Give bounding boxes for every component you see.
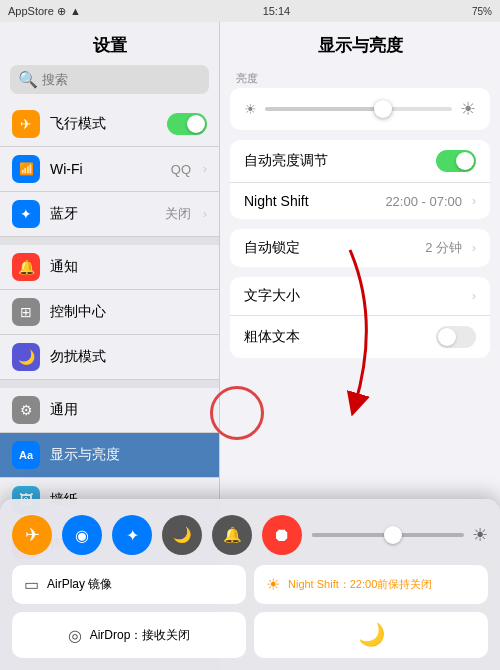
auto-brightness-group: 自动亮度调节 Night Shift 22:00 - 07:00 › [230, 140, 490, 219]
wifi-icon: 📶 [12, 155, 40, 183]
status-right: 75% [472, 6, 492, 17]
sidebar-item-notification[interactable]: 🔔 通知 [0, 245, 219, 290]
cc-airplay-btn[interactable]: ▭ AirPlay 镜像 [12, 565, 246, 604]
sidebar-item-general[interactable]: ⚙ 通用 [0, 388, 219, 433]
cc-brightness-row: ☀ [312, 524, 488, 546]
cc-top-row: ✈ ◉ ✦ 🌙 🔔 ⏺ ☀ [12, 515, 488, 555]
wifi-arrow: › [203, 162, 207, 176]
cc-moon2-icon: 🌙 [358, 622, 385, 648]
auto-lock-row[interactable]: 自动锁定 2 分钟 › [230, 229, 490, 267]
brightness-section-label: 亮度 [220, 65, 500, 88]
sidebar-label-controlcenter: 控制中心 [50, 303, 207, 321]
auto-brightness-label: 自动亮度调节 [244, 152, 428, 170]
notification-icon: 🔔 [12, 253, 40, 281]
cc-slider-thumb[interactable] [384, 526, 402, 544]
auto-lock-value: 2 分钟 [425, 239, 462, 257]
brightness-fill [265, 107, 387, 111]
brightness-row: ☀ ☀ [230, 88, 490, 130]
battery-icon: 75% [472, 6, 492, 17]
bluetooth-icon: ✦ [12, 200, 40, 228]
cc-night-shift-btn[interactable]: ☀ Night Shift：22:00前保持关闭 [254, 565, 488, 604]
auto-lock-arrow: › [472, 241, 476, 255]
status-bar: AppStore ⊕ ▲ 15:14 75% [0, 0, 500, 22]
text-size-row[interactable]: 文字大小 › [230, 277, 490, 316]
cc-airplay-icon: ▭ [24, 575, 39, 594]
cc-bell-btn[interactable]: 🔔 [212, 515, 252, 555]
night-shift-label: Night Shift [244, 193, 377, 209]
text-group: 文字大小 › 粗体文本 [230, 277, 490, 358]
sidebar-item-dnd[interactable]: 🌙 勿扰模式 [0, 335, 219, 380]
cc-buttons-row1: ▭ AirPlay 镜像 ☀ Night Shift：22:00前保持关闭 [12, 565, 488, 604]
airplane-icon: ✈ [12, 110, 40, 138]
controlcenter-icon: ⊞ [12, 298, 40, 326]
status-left: AppStore ⊕ ▲ [8, 5, 81, 18]
panel-title: 显示与亮度 [220, 22, 500, 65]
sidebar-title: 设置 [0, 22, 219, 65]
cc-sun-icon: ☀ [472, 524, 488, 546]
cc-wifi-btn[interactable]: ◉ [62, 515, 102, 555]
sidebar-label-display: 显示与亮度 [50, 446, 207, 464]
display-icon: Aa [12, 441, 40, 469]
control-center: ✈ ◉ ✦ 🌙 🔔 ⏺ ☀ ▭ AirPlay 镜像 ☀ Night Shift… [0, 499, 500, 670]
text-size-arrow: › [472, 289, 476, 303]
cc-night-shift-icon: ☀ [266, 575, 280, 594]
divider1 [0, 237, 219, 245]
sidebar-label-wifi: Wi-Fi [50, 161, 161, 177]
app-store-icon: AppStore ⊕ [8, 5, 66, 18]
general-icon: ⚙ [12, 396, 40, 424]
sidebar-label-bluetooth: 蓝牙 [50, 205, 155, 223]
cc-moon-btn[interactable]: 🌙 [162, 515, 202, 555]
cc-airdrop-btn[interactable]: ◎ AirDrop：接收关闭 [12, 612, 246, 658]
auto-lock-label: 自动锁定 [244, 239, 417, 257]
night-shift-row[interactable]: Night Shift 22:00 - 07:00 › [230, 183, 490, 219]
sidebar-item-airplane[interactable]: ✈ 飞行模式 [0, 102, 219, 147]
bold-text-label: 粗体文本 [244, 328, 428, 346]
wifi-status-icon: ▲ [70, 5, 81, 17]
bluetooth-value: 关闭 [165, 205, 191, 223]
airplane-toggle[interactable] [167, 113, 207, 135]
cc-brightness-slider[interactable] [312, 533, 464, 537]
night-shift-arrow: › [472, 194, 476, 208]
sidebar-item-wifi[interactable]: 📶 Wi-Fi QQ › [0, 147, 219, 192]
cc-airplay-label: AirPlay 镜像 [47, 576, 112, 593]
bluetooth-arrow: › [203, 207, 207, 221]
night-shift-value: 22:00 - 07:00 [385, 194, 462, 209]
cc-bluetooth-btn[interactable]: ✦ [112, 515, 152, 555]
sidebar-item-display[interactable]: Aa 显示与亮度 [0, 433, 219, 478]
brightness-thumb[interactable] [374, 100, 392, 118]
search-input[interactable] [42, 72, 201, 87]
cc-airdrop-label: AirDrop：接收关闭 [90, 627, 191, 644]
cc-buttons-row2: ◎ AirDrop：接收关闭 🌙 [12, 612, 488, 658]
cc-airdrop-icon: ◎ [68, 626, 82, 645]
sidebar-label-dnd: 勿扰模式 [50, 348, 207, 366]
brightness-group: ☀ ☀ [230, 88, 490, 130]
sidebar-label-airplane: 飞行模式 [50, 115, 157, 133]
dnd-icon: 🌙 [12, 343, 40, 371]
wifi-value: QQ [171, 162, 191, 177]
status-time: 15:14 [263, 5, 291, 17]
auto-brightness-row: 自动亮度调节 [230, 140, 490, 183]
brightness-slider[interactable] [265, 107, 452, 111]
auto-brightness-toggle[interactable] [436, 150, 476, 172]
cc-night-shift-label: Night Shift：22:00前保持关闭 [288, 577, 432, 592]
sidebar-item-controlcenter[interactable]: ⊞ 控制中心 [0, 290, 219, 335]
cc-moon-cc-btn[interactable]: 🌙 [254, 612, 488, 658]
cc-record-btn[interactable]: ⏺ [262, 515, 302, 555]
search-icon: 🔍 [18, 70, 38, 89]
brightness-low-icon: ☀ [244, 101, 257, 117]
sidebar-label-notification: 通知 [50, 258, 207, 276]
cc-airplane-btn[interactable]: ✈ [12, 515, 52, 555]
auto-lock-group: 自动锁定 2 分钟 › [230, 229, 490, 267]
text-size-label: 文字大小 [244, 287, 462, 305]
sidebar-item-bluetooth[interactable]: ✦ 蓝牙 关闭 › [0, 192, 219, 237]
bold-text-row: 粗体文本 [230, 316, 490, 358]
sidebar-label-general: 通用 [50, 401, 207, 419]
bold-text-toggle[interactable] [436, 326, 476, 348]
brightness-high-icon: ☀ [460, 98, 476, 120]
divider2 [0, 380, 219, 388]
search-bar[interactable]: 🔍 [10, 65, 209, 94]
